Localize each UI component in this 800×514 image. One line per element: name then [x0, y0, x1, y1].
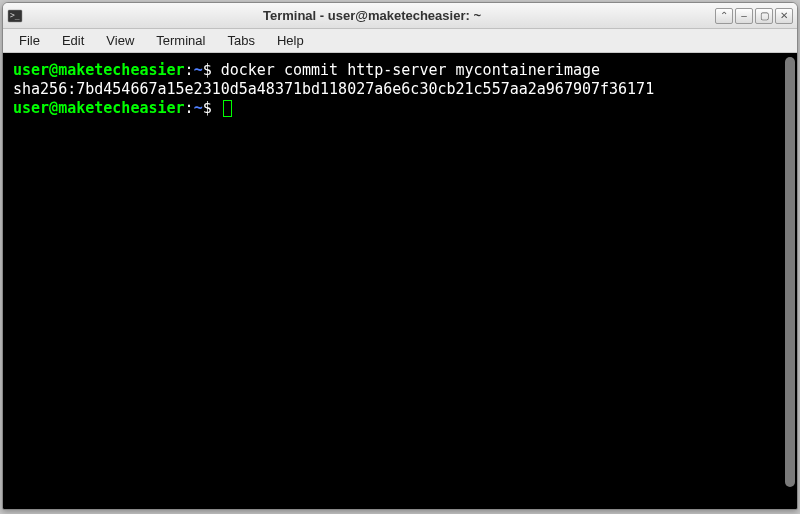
scrollbar-track[interactable] [785, 57, 795, 505]
prompt-sep: : [185, 99, 194, 117]
terminal-body[interactable]: user@maketecheasier:~$ docker commit htt… [3, 53, 797, 509]
menu-edit[interactable]: Edit [52, 31, 94, 50]
menu-tabs[interactable]: Tabs [217, 31, 264, 50]
close-button[interactable]: ✕ [775, 8, 793, 24]
maximize-button[interactable]: ▢ [755, 8, 773, 24]
prompt-symbol: $ [203, 99, 212, 117]
prompt-user: user@maketecheasier [13, 99, 185, 117]
terminal-output-line: sha256:7bd454667a15e2310d5a48371bd118027… [13, 80, 787, 99]
menubar: File Edit View Terminal Tabs Help [3, 29, 797, 53]
prompt-sep: : [185, 61, 194, 79]
prompt-path: ~ [194, 99, 203, 117]
menu-terminal[interactable]: Terminal [146, 31, 215, 50]
scrollbar-thumb[interactable] [785, 57, 795, 487]
command-text: docker commit http-server mycontainerima… [212, 61, 600, 79]
terminal-window: >_ Terminal - user@maketecheasier: ~ ⌃ –… [2, 2, 798, 510]
window-title: Terminal - user@maketecheasier: ~ [29, 8, 715, 23]
prompt-symbol: $ [203, 61, 212, 79]
terminal-app-icon: >_ [7, 8, 23, 24]
svg-text:>_: >_ [10, 11, 20, 20]
minimize-button[interactable]: – [735, 8, 753, 24]
menu-view[interactable]: View [96, 31, 144, 50]
command-text [212, 99, 232, 117]
up-button[interactable]: ⌃ [715, 8, 733, 24]
command-0: docker commit http-server mycontainerima… [221, 61, 600, 79]
menu-help[interactable]: Help [267, 31, 314, 50]
terminal-line: user@maketecheasier:~$ docker commit htt… [13, 61, 787, 80]
window-controls: ⌃ – ▢ ✕ [715, 8, 793, 24]
prompt-user: user@maketecheasier [13, 61, 185, 79]
terminal-line: user@maketecheasier:~$ [13, 99, 787, 118]
cursor-icon [223, 100, 232, 117]
menu-file[interactable]: File [9, 31, 50, 50]
titlebar[interactable]: >_ Terminal - user@maketecheasier: ~ ⌃ –… [3, 3, 797, 29]
prompt-path: ~ [194, 61, 203, 79]
